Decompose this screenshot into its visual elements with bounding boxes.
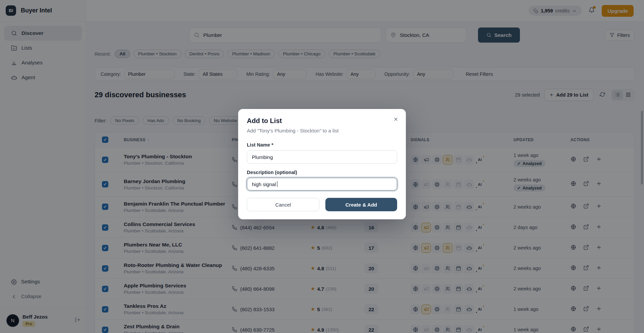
close-icon[interactable]	[393, 116, 398, 123]
description-input[interactable]: high signal	[247, 178, 397, 190]
modal-title: Add to List	[247, 117, 397, 125]
modal-subtitle: Add "Tony's Plumbing - Stockton" to a li…	[247, 128, 397, 133]
list-name-input[interactable]	[247, 150, 397, 164]
create-and-add-button[interactable]: Create & Add	[325, 198, 397, 211]
text-caret	[277, 181, 278, 187]
cancel-button[interactable]: Cancel	[247, 198, 319, 211]
add-to-list-modal: Add to List Add "Tony's Plumbing - Stock…	[238, 109, 406, 219]
description-label: Description (optional)	[247, 170, 397, 175]
list-name-label: List Name *	[247, 142, 397, 148]
description-value: high signal	[252, 181, 276, 187]
